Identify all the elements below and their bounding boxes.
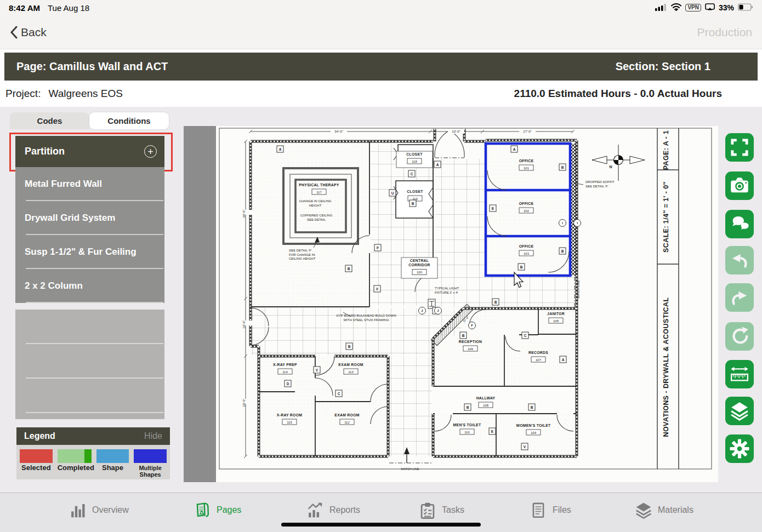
svg-text:115: 115 xyxy=(287,421,292,424)
svg-text:B: B xyxy=(467,405,469,409)
svg-text:108: 108 xyxy=(483,404,489,407)
svg-text:CLOSET: CLOSET xyxy=(406,152,423,156)
svg-text:EXAM ROOM: EXAM ROOM xyxy=(338,363,363,367)
svg-text:B: B xyxy=(348,267,350,271)
pages-icon xyxy=(193,501,212,519)
tab-conditions[interactable]: Conditions xyxy=(89,112,169,129)
redo-icon xyxy=(728,286,751,309)
chevron-left-icon xyxy=(10,26,18,39)
legend-label: Completed xyxy=(58,465,92,471)
light-fixture-symbol xyxy=(428,299,435,308)
svg-text:B: B xyxy=(412,202,414,205)
svg-text:E: E xyxy=(492,207,494,210)
settings-button[interactable] xyxy=(725,434,754,463)
svg-text:B: B xyxy=(494,300,497,304)
fullscreen-icon xyxy=(728,136,751,159)
svg-text:100: 100 xyxy=(417,271,423,274)
svg-text:A: A xyxy=(513,147,516,151)
settings-icon xyxy=(728,437,751,460)
camera-button[interactable] xyxy=(725,171,754,200)
rotate-icon xyxy=(728,325,751,348)
svg-text:EXAM ROOM: EXAM ROOM xyxy=(334,413,359,417)
tab-label: Materials xyxy=(658,505,693,515)
svg-text:GYP BOARD BULKHEAD BUILD DOWN: GYP BOARD BULKHEAD BUILD DOWNWITH STEEL … xyxy=(336,314,396,322)
vpn-badge: VPN xyxy=(685,4,701,12)
materials-icon xyxy=(634,501,653,519)
condition-item[interactable]: Metal Furred Wall xyxy=(15,167,164,201)
tab-reports[interactable]: Reports xyxy=(306,501,360,519)
floor-plan-canvas[interactable]: PHYSICAL THERAPY117CLOSET118CLOSET119CEN… xyxy=(184,126,718,482)
svg-text:118: 118 xyxy=(412,160,417,163)
legend-hide-button[interactable]: Hide xyxy=(144,431,162,441)
condition-item[interactable]: 2 x 2 Column xyxy=(15,269,164,303)
svg-text:103: 103 xyxy=(524,252,530,255)
tab-label: Files xyxy=(553,505,571,515)
svg-text:SCALE: 1/4" = 1' - 0": SCALE: 1/4" = 1' - 0" xyxy=(662,181,670,253)
project-label: Project: xyxy=(5,88,41,100)
svg-text:V: V xyxy=(376,287,379,291)
svg-text:PHYSICAL THERAPY: PHYSICAL THERAPY xyxy=(299,183,339,187)
condition-label: Susp 1-1/2" & Fur Ceiling xyxy=(25,247,137,258)
svg-text:107: 107 xyxy=(536,358,542,362)
svg-text:CENTRALCORRIDOR: CENTRALCORRIDOR xyxy=(408,259,430,267)
legend-title: Legend xyxy=(24,431,55,441)
legend-label: Shape xyxy=(96,465,129,471)
svg-text:CLOSET: CLOSET xyxy=(407,190,423,193)
svg-text:MATCH LINE: MATCH LINE xyxy=(577,280,580,298)
page-title: Page: Camillus Wall and ACT xyxy=(16,60,168,73)
svg-text:HALLWAY: HALLWAY xyxy=(476,396,496,400)
svg-text:117: 117 xyxy=(316,191,322,194)
svg-text:A: A xyxy=(279,147,282,151)
legend-item: Selected xyxy=(20,449,53,479)
svg-text:17'-0": 17'-0" xyxy=(523,130,531,133)
home-indicator[interactable] xyxy=(281,523,481,527)
svg-text:B: B xyxy=(531,405,533,409)
svg-text:X-RAY ROOM: X-RAY ROOM xyxy=(277,413,302,417)
svg-text:N: N xyxy=(609,165,612,169)
navigation-bar: Back Production xyxy=(0,15,762,49)
measure-button[interactable] xyxy=(725,360,754,388)
measure-icon xyxy=(728,363,751,386)
redo-button[interactable] xyxy=(725,283,754,312)
svg-text:OFFICE: OFFICE xyxy=(519,202,534,205)
svg-text:30'-0": 30'-0" xyxy=(242,209,246,218)
svg-text:102: 102 xyxy=(524,209,530,213)
legend-label: Multiple Shapes xyxy=(134,465,167,478)
tab-codes[interactable]: Codes xyxy=(10,112,89,129)
tab-materials[interactable]: Materials xyxy=(634,501,693,519)
svg-text:113: 113 xyxy=(348,370,354,374)
condition-item[interactable]: Susp 1-1/2" & Fur Ceiling xyxy=(15,235,164,269)
tab-files[interactable]: Files xyxy=(529,501,571,519)
legend-swatch xyxy=(134,449,167,463)
add-takeoff-icon[interactable]: + xyxy=(144,145,157,158)
fullscreen-button[interactable] xyxy=(725,133,754,162)
back-button[interactable]: Back xyxy=(10,26,47,39)
svg-text:101: 101 xyxy=(524,167,530,170)
undo-button[interactable] xyxy=(725,246,754,274)
svg-text:F: F xyxy=(377,246,379,250)
condition-label: Metal Furred Wall xyxy=(25,179,102,190)
condition-item[interactable]: Drywall Grid System xyxy=(15,201,164,235)
rotate-button[interactable] xyxy=(725,322,754,351)
layers-button[interactable] xyxy=(725,397,754,425)
svg-text:MEN'S TOILET: MEN'S TOILET xyxy=(453,423,481,427)
svg-text:114: 114 xyxy=(282,370,288,374)
condition-label: Partition xyxy=(25,146,65,157)
tab-label: Reports xyxy=(329,505,360,515)
svg-text:V: V xyxy=(524,445,526,449)
battery-icon xyxy=(738,3,753,13)
svg-text:JANITOR: JANITOR xyxy=(547,312,565,316)
svg-text:C: C xyxy=(524,334,527,337)
tab-tasks[interactable]: Tasks xyxy=(418,501,464,519)
clock: 8:42 AM xyxy=(9,3,40,13)
comments-button[interactable] xyxy=(725,210,754,238)
legend-item: Completed xyxy=(58,449,92,479)
tab-pages[interactable]: Pages xyxy=(193,501,241,519)
condition-item[interactable]: Partition+ xyxy=(15,136,164,167)
hours-summary: 2110.0 Estimated Hours - 0.0 Actual Hour… xyxy=(514,88,722,100)
tab-overview[interactable]: Overview xyxy=(69,501,129,519)
reports-icon xyxy=(306,501,325,519)
svg-text:D: D xyxy=(287,382,289,386)
svg-text:105: 105 xyxy=(553,319,559,323)
conditions-list-empty xyxy=(15,310,164,419)
